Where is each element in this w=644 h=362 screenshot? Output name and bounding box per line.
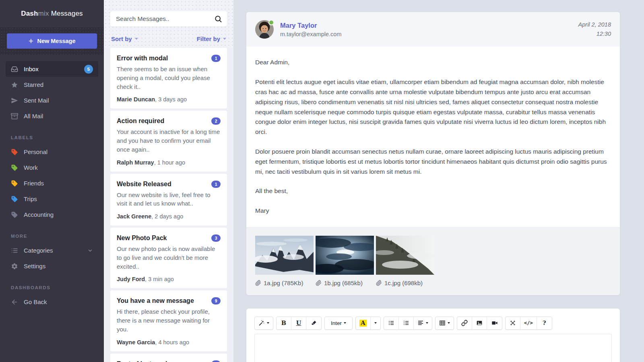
search-input[interactable] (110, 11, 227, 27)
app-brand: DashmixMessages (0, 0, 104, 27)
sidebar-item-starred[interactable]: Starred (6, 77, 98, 93)
label-name: Friends (24, 180, 44, 187)
editor-text-area[interactable] (254, 334, 612, 362)
font-color-glyph: A (359, 320, 366, 327)
sidebar-item-label: Settings (24, 263, 45, 269)
label-name: Trips (24, 195, 37, 202)
message-title: New Photo Pack (117, 234, 167, 242)
bold-button[interactable]: B (277, 317, 291, 329)
sidebar-item-label: Starred (24, 81, 43, 88)
avatar (255, 20, 274, 39)
table-button[interactable] (436, 317, 454, 329)
attachment: 1b.jpg (685kb) (316, 236, 374, 286)
ordered-list-button[interactable] (399, 317, 414, 329)
link-icon (461, 320, 468, 326)
message-sender: Jack Greene (117, 213, 151, 220)
sidebar-label-work[interactable]: Work (6, 160, 98, 175)
caret-down-icon (223, 38, 226, 40)
message-sender: Marie Duncan (117, 96, 155, 103)
font-color-caret-button[interactable] (371, 317, 380, 329)
sidebar: DashmixMessages New Message Inbox 5 Star… (0, 0, 104, 362)
sidebar-item-go-back[interactable]: Go Back (6, 294, 98, 310)
message-list-item[interactable]: Website Released1 Our new website is liv… (110, 174, 227, 226)
sidebar-item-label: Sent Mail (24, 97, 49, 104)
dashboards-heading: DASHBOARDS (0, 285, 104, 290)
message-time: , 4 hours ago (155, 339, 189, 346)
sidebar-label-friends[interactable]: Friends (6, 175, 98, 191)
chevron-down-icon (87, 248, 93, 253)
message-list-item[interactable]: New Photo Pack3 Our new photo pack is no… (110, 228, 227, 288)
message-preview: Our new website is live, feel free to vi… (117, 191, 221, 208)
paragraph-align-button[interactable] (414, 317, 432, 329)
online-status-dot (268, 20, 274, 25)
message-title: You have a new message (117, 297, 194, 304)
message-list-item[interactable]: Error with modal1 There seems to be an i… (110, 48, 227, 109)
sidebar-item-categories[interactable]: Categories (6, 243, 98, 258)
underline-button[interactable]: U (291, 317, 306, 329)
image-button[interactable] (472, 317, 487, 329)
sender-name-link[interactable]: Mary Taylor (280, 22, 342, 29)
label-name: Personal (24, 148, 47, 155)
attachment-caption: 1c.jpg (698kb) (376, 280, 434, 286)
message-meta: Ralph Murray, 1 hour ago (117, 159, 221, 166)
archive-icon (11, 113, 18, 120)
mail-card: Mary Taylor m.taylor@example.com April 2… (246, 12, 620, 295)
paperclip-icon (255, 280, 261, 286)
font-color-button[interactable]: A (356, 317, 371, 329)
eraser-icon (311, 320, 317, 326)
filter-by-label: Filter by (197, 35, 220, 42)
sidebar-label-trips[interactable]: Trips (6, 191, 98, 207)
filter-by-dropdown[interactable]: Filter by (197, 35, 226, 42)
sidebar-item-all-mail[interactable]: All Mail (6, 108, 98, 124)
mail-time: 12:30 (578, 29, 611, 39)
sender-email: m.taylor@example.com (280, 31, 342, 37)
send-icon (11, 97, 18, 104)
list-header: Sort by Filter by (104, 0, 233, 48)
video-button[interactable] (487, 317, 502, 329)
help-button[interactable]: ? (537, 317, 552, 329)
style-dropdown-button[interactable] (255, 317, 273, 329)
caret-down-icon (267, 322, 269, 324)
magic-wand-icon (258, 320, 265, 326)
sidebar-label-accounting[interactable]: Accounting (6, 207, 98, 222)
sidebar-label-personal[interactable]: Personal (6, 144, 98, 160)
message-list-item[interactable]: You have a new message9 Hi there, please… (110, 290, 227, 351)
mail-closing: All the best, (255, 186, 611, 196)
font-family-dropdown[interactable]: Inter (325, 317, 352, 329)
message-meta: Marie Duncan, 3 days ago (117, 96, 221, 103)
message-time: , 3 days ago (155, 96, 187, 103)
underline-glyph: U (296, 320, 301, 326)
attachment-caption: 1b.jpg (685kb) (316, 280, 374, 286)
search-icon[interactable] (214, 15, 222, 23)
sidebar-item-sent-mail[interactable]: Sent Mail (6, 93, 98, 108)
message-list-item[interactable]: Action required2 Your account is inactiv… (110, 111, 227, 171)
attachment-thumbnail-mountains (255, 236, 314, 275)
arrow-left-icon (11, 298, 18, 306)
sort-by-dropdown[interactable]: Sort by (111, 35, 138, 42)
code-view-button[interactable]: </> (520, 317, 537, 329)
star-icon (11, 81, 18, 88)
message-list-item[interactable]: Best of last week6 Last week has been fu… (110, 354, 227, 362)
message-preview: Our new photo pack is now available to g… (117, 245, 221, 271)
message-sender: Ralph Murray (117, 159, 154, 166)
mail-body: Dear Admin, Potenti elit lectus augue eg… (246, 47, 620, 227)
new-message-band: New Message (0, 27, 104, 55)
mail-paragraph: Potenti elit lectus augue eget iaculis v… (255, 77, 611, 137)
caret-down-icon (135, 38, 138, 40)
message-preview: Hi there, please check your profile, the… (117, 307, 221, 333)
fullscreen-button[interactable] (506, 317, 520, 329)
brand-bold: Dash (21, 10, 38, 18)
unread-count-badge: 1 (211, 55, 221, 62)
unread-count-badge: 3 (211, 234, 221, 242)
clear-format-button[interactable] (306, 317, 321, 329)
new-message-button[interactable]: New Message (7, 33, 97, 49)
sidebar-item-inbox[interactable]: Inbox 5 (6, 61, 98, 77)
link-button[interactable] (457, 317, 472, 329)
attachment-label: 1c.jpg (698kb) (384, 280, 423, 286)
message-list: Error with modal1 There seems to be an i… (104, 48, 233, 362)
message-meta: Wayne Garcia, 4 hours ago (117, 339, 221, 346)
sidebar-item-settings[interactable]: Settings (6, 258, 98, 274)
message-sender: Wayne Garcia (117, 339, 155, 346)
unordered-list-button[interactable] (384, 317, 399, 329)
table-icon (439, 320, 446, 326)
